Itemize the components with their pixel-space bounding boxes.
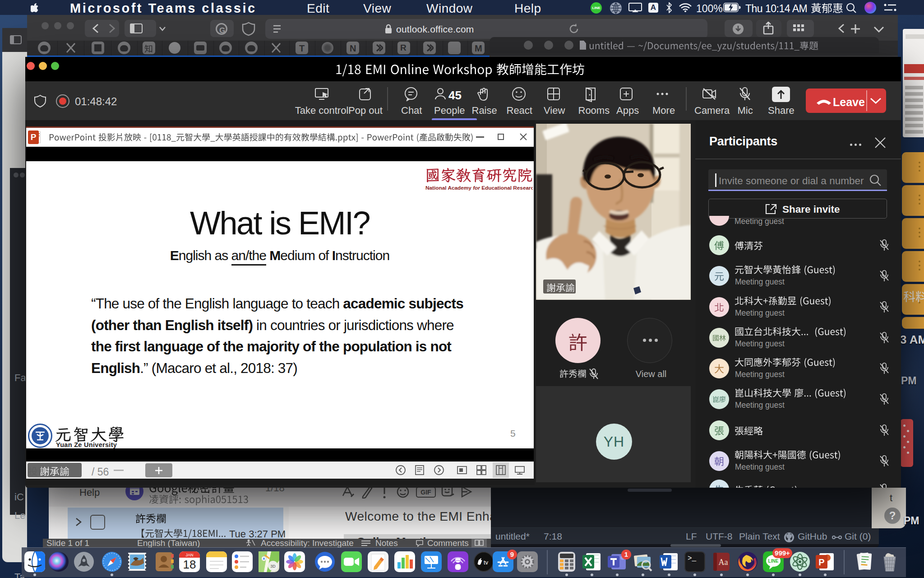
svg-text:P: P [818,557,824,567]
svg-text:>_: >_ [688,555,697,563]
svg-text:18: 18 [183,558,196,571]
svg-text:tv: tv [484,559,489,566]
svg-text:3D: 3D [270,564,276,569]
svg-text:LINE: LINE [768,559,779,564]
svg-text:Aa: Aa [719,558,728,567]
svg-text:JAN: JAN [185,553,193,557]
